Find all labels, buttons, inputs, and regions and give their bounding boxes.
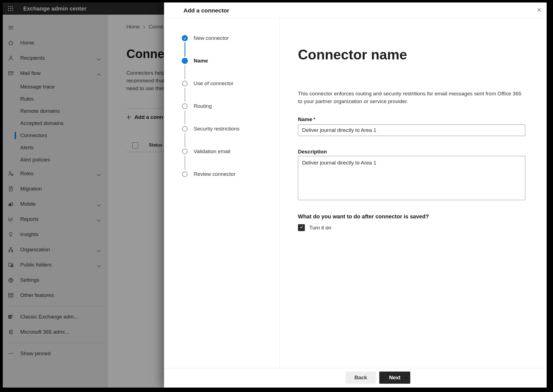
step-content: Connector name This connector enforces r… xyxy=(280,19,547,368)
step-description: This connector enforces routing and secu… xyxy=(298,90,547,105)
app-window: Exchange admin center HomeRecipientsMail… xyxy=(3,2,547,388)
checkmark-icon xyxy=(299,225,303,230)
stepper-connector-line xyxy=(185,42,185,57)
turn-it-on-label: Turn it on xyxy=(309,225,331,231)
name-field-label: Name* xyxy=(298,116,547,123)
step-title: Connector name xyxy=(298,47,547,63)
stepper-step-security-restrictions[interactable]: Security restrictions xyxy=(194,126,240,132)
step-circle-icon xyxy=(182,81,188,86)
step-circle-icon xyxy=(182,103,188,109)
step-circle-icon xyxy=(182,149,188,154)
after-save-question: What do you want to do after connector i… xyxy=(298,213,547,220)
stepper-step-review-connector[interactable]: Review connector xyxy=(194,171,235,177)
stepper-step-new-connector[interactable]: New connector xyxy=(194,35,229,41)
add-connector-panel: Add a connector New connectorNameUse of … xyxy=(164,2,547,388)
description-textarea[interactable] xyxy=(298,156,525,200)
stepper-connector-line xyxy=(185,156,185,170)
stepper-connector-line xyxy=(185,65,185,79)
close-button[interactable] xyxy=(535,6,543,14)
stepper-connector-line xyxy=(185,110,185,125)
name-label-text: Name xyxy=(298,116,312,122)
stepper-connector-line xyxy=(185,133,185,147)
description-field-label: Description xyxy=(298,148,547,155)
panel-footer: Back Next xyxy=(164,368,547,388)
step-completed-check-icon xyxy=(182,35,188,41)
step-circle-icon xyxy=(182,58,188,64)
screen: Exchange admin center HomeRecipientsMail… xyxy=(0,0,553,392)
required-asterisk: * xyxy=(313,116,315,122)
stepper-step-validation-email[interactable]: Validation email xyxy=(194,148,230,155)
name-input[interactable] xyxy=(298,124,525,136)
turn-it-on-row: Turn it on xyxy=(298,224,547,231)
panel-body: New connectorNameUse of connectorRouting… xyxy=(164,19,547,368)
close-icon xyxy=(536,7,542,14)
stepper-step-name[interactable]: Name xyxy=(194,58,208,64)
stepper-connector-line xyxy=(185,88,185,102)
stepper-step-use-of-connector[interactable]: Use of connector xyxy=(194,80,233,87)
next-button[interactable]: Next xyxy=(379,372,410,384)
back-button[interactable]: Back xyxy=(346,372,376,384)
panel-header: Add a connector xyxy=(164,2,547,19)
step-circle-icon xyxy=(182,171,188,177)
step-circle-icon xyxy=(182,126,188,132)
stepper: New connectorNameUse of connectorRouting… xyxy=(164,19,280,368)
panel-title: Add a connector xyxy=(183,7,229,14)
turn-it-on-checkbox[interactable] xyxy=(298,224,305,231)
stepper-step-routing[interactable]: Routing xyxy=(194,103,212,109)
